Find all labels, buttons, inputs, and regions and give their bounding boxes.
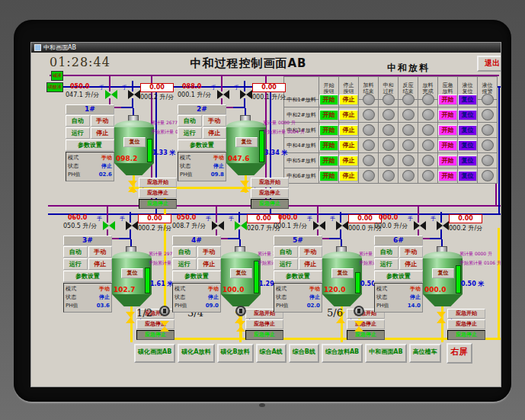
row-5-start-button[interactable]: 开始 — [319, 171, 338, 181]
stop-button[interactable]: 停止 — [299, 258, 323, 270]
emergency-stop-button[interactable]: 应急停止 — [136, 319, 174, 329]
emergency-stop-button[interactable]: 应急停止 — [251, 188, 289, 198]
inlet-valve-right-icon[interactable] — [235, 221, 247, 230]
run-button[interactable]: 运行 — [63, 258, 88, 270]
stop-button[interactable]: 停止 — [399, 258, 424, 270]
flow-setpoint-input[interactable]: 0.00 — [140, 83, 174, 92]
run-button[interactable]: 运行 — [374, 258, 399, 270]
manual-button[interactable]: 手动 — [399, 246, 424, 258]
row-2-stop-button[interactable]: 停止 — [339, 125, 358, 136]
tank-reset-button[interactable]: 复位 — [331, 268, 354, 278]
row-4-stop-button[interactable]: 停止 — [339, 155, 358, 166]
stop-button[interactable]: 停止 — [197, 258, 222, 270]
nav-elevated-tank-button[interactable]: 高位槽车 — [409, 344, 441, 363]
auto-button[interactable]: 自动 — [66, 115, 90, 127]
row-1-level-reset-button[interactable]: 复位 — [458, 110, 477, 120]
nav-sulfonation-screen-button[interactable]: 磺化画面AB — [134, 344, 175, 363]
right-screen-button[interactable]: 右屏 — [447, 343, 472, 364]
tank-reset-button[interactable]: 复位 — [121, 268, 143, 278]
row-5-emergency-discharge-button[interactable]: 开始 — [438, 171, 457, 181]
row-5-level-reset-button[interactable]: 复位 — [458, 171, 477, 181]
row-5-stop-button[interactable]: 停止 — [339, 171, 358, 181]
emergency-stop-button[interactable]: 应急停止 — [447, 319, 485, 329]
emergency-start-button[interactable]: 应急开始 — [251, 178, 289, 188]
row-2-start-button[interactable]: 开始 — [319, 125, 338, 136]
manual-button[interactable]: 手动 — [197, 246, 222, 258]
inlet-valve-left-icon[interactable] — [217, 90, 229, 99]
inlet-valve-right-icon[interactable] — [336, 221, 348, 230]
inlet-valve-right-icon[interactable] — [240, 90, 252, 99]
stop-button[interactable]: 停止 — [203, 127, 227, 139]
tank-reset-button[interactable]: 复位 — [235, 137, 258, 147]
inlet-valve-left-icon[interactable] — [313, 221, 325, 230]
emergency-stop-button[interactable]: 应急停止 — [139, 188, 177, 198]
row-2-level-reset-button[interactable]: 复位 — [458, 125, 477, 136]
inlet-valve-right-icon[interactable] — [128, 90, 140, 99]
row-4-emergency-discharge-button[interactable]: 开始 — [438, 155, 457, 166]
exit-button[interactable]: 退出 — [477, 56, 501, 72]
manual-button[interactable]: 手动 — [91, 115, 115, 127]
auto-button[interactable]: 自动 — [178, 115, 202, 127]
ph-label: PH值 — [376, 302, 389, 310]
run-button[interactable]: 运行 — [274, 258, 298, 270]
stop-button[interactable]: 停止 — [88, 258, 113, 270]
nav-combined-b-line-button[interactable]: 综合B线 — [289, 344, 319, 363]
params-button[interactable]: 参数设置 — [178, 139, 226, 151]
row-3-start-button[interactable]: 开始 — [319, 140, 338, 151]
manual-button[interactable]: 手动 — [88, 246, 113, 258]
flow-setpoint-input[interactable]: 0.00 — [138, 214, 171, 223]
emergency-start-button[interactable]: 应急开始 — [447, 309, 485, 319]
row-0-emergency-discharge-button[interactable]: 开始 — [438, 95, 457, 105]
row-1-stop-button[interactable]: 停止 — [339, 110, 358, 120]
row-0-start-button[interactable]: 开始 — [319, 95, 338, 105]
params-button[interactable]: 参数设置 — [66, 139, 114, 151]
tank-reset-button[interactable]: 复位 — [432, 268, 454, 278]
row-3-level-reset-button[interactable]: 复位 — [458, 140, 477, 151]
row-3-emergency-discharge-button[interactable]: 开始 — [438, 140, 457, 151]
inlet-valve-left-icon[interactable] — [105, 90, 117, 99]
inlet-valve-left-icon[interactable] — [103, 221, 115, 230]
params-button[interactable]: 参数设置 — [374, 271, 423, 282]
nav-combined-a-line-button[interactable]: 综合A线 — [256, 344, 287, 363]
stop-button[interactable]: 停止 — [91, 127, 115, 139]
emergency-start-button[interactable]: 应急开始 — [139, 178, 177, 188]
tank-reset-button[interactable]: 复位 — [230, 268, 252, 278]
pump-56-icon[interactable] — [354, 306, 364, 316]
row-4-level-reset-button[interactable]: 复位 — [458, 155, 477, 166]
inlet-valve-right-icon[interactable] — [437, 221, 449, 230]
run-button[interactable]: 运行 — [172, 258, 197, 270]
inlet-valve-right-icon[interactable] — [126, 221, 138, 230]
inlet-valve-left-icon[interactable] — [212, 221, 224, 230]
row-4-start-button[interactable]: 开始 — [319, 155, 338, 166]
auto-button[interactable]: 自动 — [374, 246, 399, 258]
tank-value: 102.7 — [114, 286, 135, 293]
params-button[interactable]: 参数设置 — [274, 271, 322, 282]
row-0-stop-button[interactable]: 停止 — [339, 95, 358, 105]
params-button[interactable]: 参数设置 — [172, 271, 221, 282]
row-0-level-reset-button[interactable]: 复位 — [458, 95, 477, 105]
nav-neutralization-screen-button[interactable]: 中和画面AB — [365, 344, 406, 363]
auto-button[interactable]: 自动 — [274, 246, 298, 258]
row-2-emergency-discharge-button[interactable]: 开始 — [438, 125, 457, 136]
row-3-stop-button[interactable]: 停止 — [339, 140, 358, 151]
manual-button[interactable]: 手动 — [203, 115, 227, 127]
run-button[interactable]: 运行 — [66, 127, 90, 139]
run-button[interactable]: 运行 — [178, 127, 202, 139]
pump-12-icon[interactable] — [159, 306, 170, 316]
params-button[interactable]: 参数设置 — [63, 271, 112, 282]
nav-combined-discharge-button[interactable]: 综合放料AB — [322, 344, 363, 363]
pump-34-icon[interactable] — [235, 306, 246, 316]
row-1-discharge-done-lamp — [422, 109, 434, 120]
nav-sulfonation-a-discharge-button[interactable]: 磺化A放料 — [178, 344, 214, 363]
flow-setpoint-input[interactable]: 0.00 — [252, 83, 286, 92]
row-1-emergency-discharge-button[interactable]: 开始 — [438, 110, 457, 120]
flow-setpoint-input[interactable]: 0.00 — [449, 214, 482, 223]
window-titlebar[interactable]: 中和画面AB — [31, 43, 501, 53]
auto-button[interactable]: 自动 — [172, 246, 197, 258]
manual-button[interactable]: 手动 — [299, 246, 323, 258]
inlet-valve-left-icon[interactable] — [414, 221, 426, 230]
auto-button[interactable]: 自动 — [63, 246, 88, 258]
tank-reset-button[interactable]: 复位 — [123, 137, 146, 147]
nav-sulfonation-b-discharge-button[interactable]: 磺化B放料 — [217, 344, 254, 363]
row-1-start-button[interactable]: 开始 — [319, 110, 338, 120]
